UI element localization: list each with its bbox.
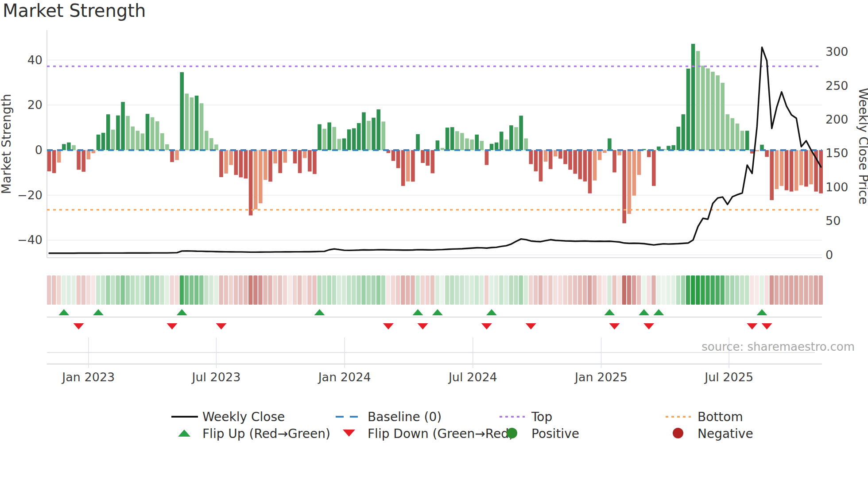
heatmap-cell <box>253 275 257 305</box>
heatmap-cell <box>612 275 616 305</box>
strength-bar <box>736 124 740 150</box>
strength-bar <box>514 127 518 150</box>
heatmap-cell <box>450 275 454 305</box>
strength-bar <box>229 150 233 165</box>
left-axis-tick-label: 40 <box>27 53 43 67</box>
heatmap-cell <box>86 275 90 305</box>
heatmap-cell <box>696 275 700 305</box>
heatmap-cell <box>312 275 316 305</box>
heatmap-cell <box>47 275 51 305</box>
flip-down-marker <box>762 323 772 329</box>
heatmap-cell <box>819 275 823 305</box>
legend-label-positive: Positive <box>531 426 579 441</box>
strength-bar <box>426 150 430 166</box>
flip-up-marker <box>413 309 423 315</box>
flip-up-marker <box>639 309 649 315</box>
strength-bar <box>278 150 282 173</box>
strength-bar <box>593 150 597 181</box>
heatmap-cell <box>81 275 85 305</box>
flip-up-marker <box>177 309 187 315</box>
heatmap-cell <box>617 275 621 305</box>
strength-bar <box>539 150 543 182</box>
heatmap-cell <box>155 275 159 305</box>
heatmap-cell <box>578 275 582 305</box>
strength-bar <box>333 127 337 150</box>
heatmap-cell <box>430 275 434 305</box>
strength-bar <box>495 143 499 150</box>
heatmap-cell <box>760 275 763 305</box>
strength-bar <box>460 133 464 150</box>
chart-canvas: 40200−20−40300250200150100500Jan 2023Jul… <box>0 0 868 488</box>
strength-bar <box>180 72 184 150</box>
strength-bar <box>480 141 484 150</box>
heatmap-cell <box>116 275 120 305</box>
heatmap-cell <box>288 275 292 305</box>
heatmap-cell <box>593 275 597 305</box>
heatmap-cell <box>686 275 690 305</box>
positive-dot-icon <box>507 428 517 438</box>
heatmap-cell <box>391 275 395 305</box>
strength-bar <box>455 131 459 150</box>
heatmap-cell <box>214 275 218 305</box>
strength-bar <box>765 150 769 157</box>
flip-up-marker <box>757 309 767 315</box>
strength-bar <box>303 150 307 158</box>
heatmap-cell <box>190 275 194 305</box>
strength-bar <box>485 150 489 165</box>
right-axis-title: Weekly Close Price <box>856 88 868 204</box>
strength-bar <box>224 150 228 174</box>
heatmap-cell <box>77 275 81 305</box>
strength-bar <box>136 131 140 150</box>
x-axis-tick-label: Jan 2025 <box>574 370 628 384</box>
legend-label-flip-down: Flip Down (Green→Red) <box>368 426 514 441</box>
heatmap-cell <box>701 275 705 305</box>
right-axis-tick-label: 50 <box>825 214 841 228</box>
strength-bar <box>731 118 735 150</box>
strength-bar <box>151 117 155 150</box>
strength-bar <box>588 150 592 194</box>
heatmap-cell <box>642 275 646 305</box>
flip-up-marker <box>653 309 664 315</box>
strength-bar <box>209 138 213 150</box>
flip-down-marker <box>747 323 757 329</box>
right-axis-tick-label: 250 <box>825 79 849 93</box>
strength-bar <box>352 128 356 150</box>
heatmap-cell <box>57 275 61 305</box>
strength-bar <box>475 135 479 150</box>
heatmap-cell <box>583 275 587 305</box>
strength-bar <box>608 139 612 150</box>
strength-bar <box>81 150 85 172</box>
heatmap-cell <box>494 275 498 305</box>
strength-bar <box>362 112 366 150</box>
heatmap-cell <box>804 275 808 305</box>
heatmap-cell <box>637 275 641 305</box>
heatmap-cell <box>745 275 749 305</box>
heatmap-cell <box>224 275 228 305</box>
heatmap-cell <box>361 275 365 305</box>
heatmap-cell <box>101 275 105 305</box>
heatmap-cell <box>666 275 670 305</box>
heatmap-cell <box>406 275 410 305</box>
heatmap-cell <box>602 275 606 305</box>
strength-bar <box>313 150 317 174</box>
strength-bar <box>612 150 616 172</box>
heatmap-cell <box>283 275 287 305</box>
legend-label-flip-up: Flip Up (Red→Green) <box>202 426 330 441</box>
heatmap-cell <box>725 275 729 305</box>
heatmap-cell <box>460 275 464 305</box>
page-title: Market Strength <box>3 0 146 21</box>
strength-bar <box>293 150 297 163</box>
heatmap-cell <box>332 275 336 305</box>
heatmap-cell <box>273 275 277 305</box>
strength-bar <box>416 134 420 150</box>
strength-bar <box>554 150 558 156</box>
heatmap-cell <box>263 275 267 305</box>
heatmap-cell <box>180 275 184 305</box>
legend-label-weekly-close: Weekly Close <box>202 410 285 424</box>
flip-down-marker <box>526 323 536 329</box>
strength-bar <box>519 116 523 150</box>
strength-bar <box>62 144 66 150</box>
heatmap-cell <box>239 275 243 305</box>
strength-bar <box>337 139 341 150</box>
x-axis-tick-label: Jan 2023 <box>61 370 115 384</box>
